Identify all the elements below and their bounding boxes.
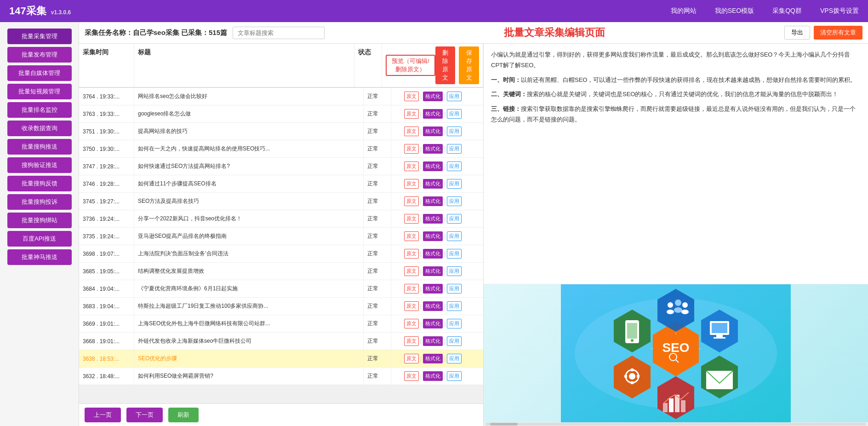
sidebar-item-record-query[interactable]: 收录数据查询: [7, 121, 72, 136]
sidebar-item-sougou-complaint[interactable]: 批量搜狗投诉: [7, 194, 72, 210]
sidebar-item-publish[interactable]: 批量发布管理: [7, 47, 72, 63]
btn-yingyong[interactable]: 应用: [447, 231, 462, 241]
btn-yuanwen[interactable]: 原文: [404, 319, 419, 328]
btn-geshihua[interactable]: 格式化: [423, 266, 443, 276]
cell-title: 如何利用SEO做全网霸屏营销?: [134, 368, 364, 385]
table-row[interactable]: 3668 . 19:01:... 外链代发包收录上海新媒体seo牛巨微科技公司 …: [79, 333, 483, 350]
btn-yuanwen[interactable]: 原文: [404, 196, 419, 206]
prev-page-button[interactable]: 上一页: [85, 408, 121, 422]
btn-yuanwen[interactable]: 原文: [404, 371, 419, 381]
btn-geshihua[interactable]: 格式化: [423, 336, 443, 346]
cell-actions: 原文 | 格式化 | 应用: [400, 298, 483, 315]
btn-yingyong[interactable]: 应用: [447, 144, 462, 154]
btn-yuanwen[interactable]: 原文: [404, 109, 419, 119]
sidebar-item-baidu-api[interactable]: 百度API推送: [7, 231, 72, 247]
btn-yingyong[interactable]: 应用: [447, 371, 462, 381]
btn-yuanwen[interactable]: 原文: [404, 354, 419, 363]
btn-geshihua[interactable]: 格式化: [423, 144, 443, 154]
btn-yingyong[interactable]: 应用: [447, 179, 462, 189]
refresh-button[interactable]: 刷新: [168, 408, 199, 422]
table-row[interactable]: 3638 . 18:53:... SEO优化的步骤 正常 原文 | 格式化 | …: [79, 350, 483, 368]
sidebar-item-shenma-push[interactable]: 批量神马推送: [7, 249, 72, 265]
sidebar-item-sougou-bind[interactable]: 批量搜狗绑站: [7, 213, 72, 228]
sidebar-item-collect[interactable]: 批量采集管理: [7, 29, 72, 44]
btn-yuanwen[interactable]: 原文: [404, 161, 419, 171]
btn-yuanwen[interactable]: 原文: [404, 179, 419, 189]
btn-yingyong[interactable]: 应用: [447, 284, 462, 294]
delete-orig-button[interactable]: 删除原文: [435, 46, 456, 84]
btn-yingyong[interactable]: 应用: [447, 161, 462, 171]
btn-geshihua[interactable]: 格式化: [423, 127, 443, 136]
btn-geshihua[interactable]: 格式化: [423, 284, 443, 294]
btn-yuanwen[interactable]: 原文: [404, 144, 419, 154]
cell-title: 网站排名seo怎么做会比较好: [134, 88, 364, 105]
nav-my-site[interactable]: 我的网站: [671, 7, 697, 15]
table-row[interactable]: 3669 . 19:01:... 上海SEO优化外包上海牛巨微网络科技有限公司站…: [79, 315, 483, 333]
btn-yuanwen[interactable]: 原文: [404, 266, 419, 276]
table-row[interactable]: 3763 . 19:33:... googleseo排名怎么做 正常 原文 | …: [79, 105, 483, 123]
btn-yuanwen[interactable]: 原文: [404, 284, 419, 294]
export-button[interactable]: 导出: [784, 26, 810, 40]
table-row[interactable]: 3735 . 19:24:... 亚马逊SEO提高产品排名的终极指南 正常 原文…: [79, 228, 483, 245]
btn-yingyong[interactable]: 应用: [447, 196, 462, 206]
table-row[interactable]: 3698 . 19:07:... 上海法院判决'负面压制业务'合同违法 正常 原…: [79, 245, 483, 263]
table-row[interactable]: 3746 . 19:28:... 如何通过11个步骤提高SEO排名 正常 原文 …: [79, 175, 483, 193]
clear-all-button[interactable]: 清空所有文章: [814, 26, 862, 40]
btn-yingyong[interactable]: 应用: [447, 249, 462, 259]
btn-geshihua[interactable]: 格式化: [423, 179, 443, 189]
table-row[interactable]: 3764 . 19:33:... 网站排名seo怎么做会比较好 正常 原文 | …: [79, 88, 483, 105]
btn-geshihua[interactable]: 格式化: [423, 161, 443, 171]
table-row[interactable]: 3685 . 19:05:... 结构调整优化发展提质增效 正常 原文 | 格式…: [79, 263, 483, 280]
sidebar-item-sougou-feedback[interactable]: 批量搜狗反馈: [7, 176, 72, 191]
btn-geshihua[interactable]: 格式化: [423, 301, 443, 311]
btn-yingyong[interactable]: 应用: [447, 266, 462, 276]
btn-yingyong[interactable]: 应用: [447, 214, 462, 224]
nav-seo-template[interactable]: 我的SEO模版: [715, 7, 754, 15]
btn-geshihua[interactable]: 格式化: [423, 319, 443, 328]
save-orig-button[interactable]: 保存原文: [459, 46, 479, 84]
btn-yingyong[interactable]: 应用: [447, 319, 462, 328]
btn-geshihua[interactable]: 格式化: [423, 249, 443, 259]
table-row[interactable]: 3750 . 19:30:... 如何在一天之内，快速提高网站排名的使用SEO技…: [79, 140, 483, 158]
btn-geshihua[interactable]: 格式化: [423, 354, 443, 363]
table-row[interactable]: 3683 . 19:04:... 特斯拉上海超级工厂19日复工推动100多家供应…: [79, 298, 483, 315]
table-row[interactable]: 3632 . 18:48:... 如何利用SEO做全网霸屏营销? 正常 原文 |…: [79, 368, 483, 385]
table-row[interactable]: 3747 . 19:28:... 如何快速通过SEO方法提高网站排名? 正常 原…: [79, 158, 483, 175]
btn-geshihua[interactable]: 格式化: [423, 109, 443, 119]
btn-yuanwen[interactable]: 原文: [404, 127, 419, 136]
btn-yuanwen[interactable]: 原文: [404, 214, 419, 224]
btn-yingyong[interactable]: 应用: [447, 336, 462, 346]
sidebar-item-shortvideo[interactable]: 批量短视频管理: [7, 84, 72, 99]
btn-yingyong[interactable]: 应用: [447, 127, 462, 136]
sidebar-item-sougou-push[interactable]: 批量搜狗推送: [7, 139, 72, 155]
btn-yuanwen[interactable]: 原文: [404, 92, 419, 101]
table-row[interactable]: 3736 . 19:24:... 分享一个2022新风口，抖音seo优化排名！ …: [79, 210, 483, 228]
btn-yingyong[interactable]: 应用: [447, 354, 462, 363]
sidebar-item-media[interactable]: 批量自媒体管理: [7, 65, 72, 81]
btn-yuanwen[interactable]: 原文: [404, 336, 419, 346]
status-badge: 正常: [367, 145, 378, 153]
btn-yuanwen[interactable]: 原文: [404, 249, 419, 259]
btn-geshihua[interactable]: 格式化: [423, 231, 443, 241]
table-row[interactable]: 3684 . 19:04:... 《宁夏优化营商环境条例》6月1日起实施 正常 …: [79, 280, 483, 298]
sidebar-item-rank-monitor[interactable]: 批量排名监控: [7, 102, 72, 118]
btn-yuanwen[interactable]: 原文: [404, 301, 419, 311]
btn-yuanwen[interactable]: 原文: [404, 231, 419, 241]
horizontal-scrollbar[interactable]: [484, 422, 868, 426]
btn-yingyong[interactable]: 应用: [447, 301, 462, 311]
nav-vps-settings[interactable]: VPS拨号设置: [820, 7, 859, 15]
table-row[interactable]: 3751 . 19:30:... 提高网站排名的技巧 正常 原文 | 格式化 |…: [79, 123, 483, 140]
cell-title: 分享一个2022新风口，抖音seo优化排名！: [134, 210, 364, 227]
btn-geshihua[interactable]: 格式化: [423, 214, 443, 224]
btn-geshihua[interactable]: 格式化: [423, 92, 443, 101]
preview-editable-btn[interactable]: 预览（可编辑/删除原文）: [386, 55, 435, 76]
btn-geshihua[interactable]: 格式化: [423, 371, 443, 381]
btn-yingyong[interactable]: 应用: [447, 109, 462, 119]
search-input[interactable]: [233, 27, 325, 39]
btn-geshihua[interactable]: 格式化: [423, 196, 443, 206]
next-page-button[interactable]: 下一页: [126, 408, 163, 422]
sidebar-item-sougou-verify[interactable]: 搜狗验证推送: [7, 157, 72, 173]
table-row[interactable]: 3745 . 19:27:... SEO方法及提高排名技巧 正常 原文 | 格式…: [79, 193, 483, 210]
nav-qq-group[interactable]: 采集QQ群: [772, 7, 802, 15]
btn-yingyong[interactable]: 应用: [447, 92, 462, 101]
